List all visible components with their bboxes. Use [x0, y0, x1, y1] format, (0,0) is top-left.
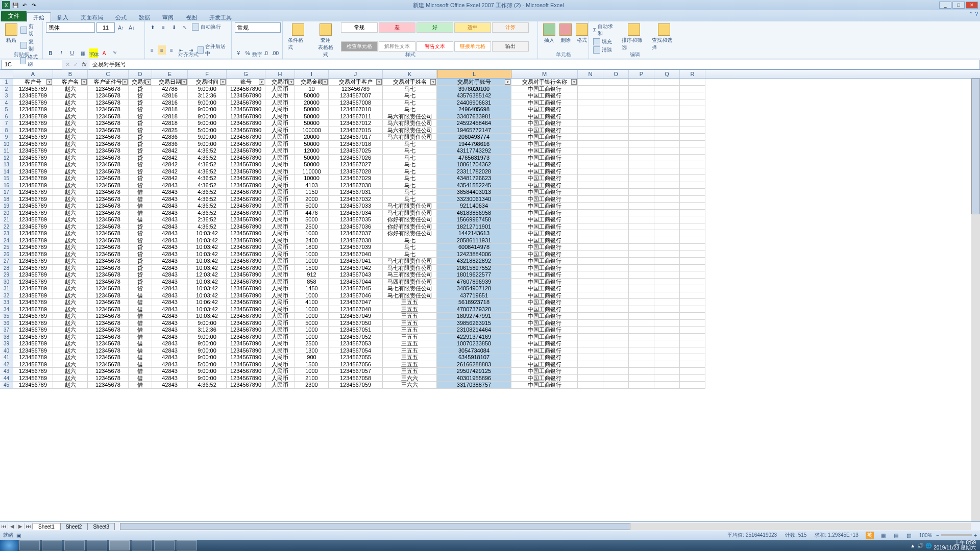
- cell[interactable]: 42843: [152, 251, 188, 258]
- cell[interactable]: [629, 340, 654, 347]
- cell[interactable]: 中国工商银行: [511, 92, 578, 99]
- col-header-G[interactable]: G: [227, 70, 265, 78]
- tray-icon[interactable]: 🔊: [917, 543, 923, 548]
- cell[interactable]: 赵六: [53, 347, 88, 355]
- cell[interactable]: 借: [129, 216, 152, 223]
- cell[interactable]: [578, 79, 603, 86]
- cell[interactable]: 50000: [295, 155, 329, 162]
- row-header[interactable]: 37: [0, 327, 13, 334]
- cell[interactable]: 12345678: [88, 175, 129, 182]
- cell[interactable]: 赵六: [53, 106, 88, 113]
- cell[interactable]: 2496405698: [437, 106, 511, 113]
- row-header[interactable]: 16: [0, 182, 13, 189]
- cell[interactable]: 马七有限责任公司: [383, 292, 437, 299]
- cell[interactable]: 123456789: [13, 279, 53, 286]
- cell[interactable]: 借: [129, 320, 152, 327]
- cell[interactable]: 50000: [295, 113, 329, 120]
- cell[interactable]: [680, 258, 705, 265]
- cell[interactable]: 1234567025: [329, 147, 383, 155]
- cell[interactable]: 1000: [295, 292, 329, 299]
- cell[interactable]: [629, 375, 654, 382]
- cell[interactable]: [680, 113, 705, 120]
- cell[interactable]: [680, 347, 705, 355]
- cell[interactable]: 1234567890: [227, 382, 265, 389]
- cell[interactable]: 123456789: [13, 210, 53, 217]
- cell[interactable]: [629, 299, 654, 306]
- cell[interactable]: 马六有限责任公司: [383, 120, 437, 127]
- cell[interactable]: 123456789: [13, 155, 53, 162]
- cell[interactable]: 人民币: [265, 168, 295, 176]
- cell[interactable]: 1234567890: [227, 120, 265, 127]
- cell[interactable]: [654, 382, 680, 389]
- cell[interactable]: 38584403013: [437, 189, 511, 196]
- cell[interactable]: [603, 299, 629, 306]
- cell[interactable]: 12345678: [88, 354, 129, 361]
- cell[interactable]: 2500: [295, 223, 329, 231]
- cell[interactable]: 123456789: [13, 313, 53, 320]
- cell[interactable]: 马七: [383, 99, 437, 107]
- cell[interactable]: 12345678: [88, 99, 129, 107]
- cell[interactable]: 12345678: [88, 113, 129, 120]
- cell[interactable]: 1234567056: [329, 361, 383, 368]
- cell[interactable]: 贷: [129, 237, 152, 244]
- cell[interactable]: 1800: [295, 244, 329, 251]
- cell[interactable]: 人民币: [265, 113, 295, 120]
- cell[interactable]: 赵六: [53, 340, 88, 347]
- cell[interactable]: 42843: [152, 182, 188, 189]
- cell[interactable]: 王五五: [383, 334, 437, 341]
- cell[interactable]: 1234567890: [227, 210, 265, 217]
- cell[interactable]: [629, 347, 654, 355]
- filter-arrow-icon[interactable]: ▾: [122, 79, 128, 85]
- cell[interactable]: 赵六: [53, 86, 88, 93]
- cell[interactable]: [578, 327, 603, 334]
- cell[interactable]: 123456789: [13, 223, 53, 231]
- row-header[interactable]: 28: [0, 265, 13, 272]
- task-item[interactable]: [64, 540, 85, 550]
- cell[interactable]: [680, 334, 705, 341]
- cell[interactable]: 110000: [295, 168, 329, 176]
- cell[interactable]: 中国工商银行: [511, 237, 578, 244]
- cell[interactable]: [603, 196, 629, 203]
- cell[interactable]: 交易日期▾: [152, 79, 188, 86]
- cell[interactable]: 马六有限责任公司: [383, 127, 437, 134]
- cell[interactable]: 借: [129, 334, 152, 341]
- row-header[interactable]: 39: [0, 340, 13, 347]
- cell[interactable]: 20000: [295, 99, 329, 107]
- formula-bar[interactable]: 交易对手账号: [89, 60, 980, 69]
- cell[interactable]: [680, 196, 705, 203]
- cell[interactable]: 人民币: [265, 347, 295, 355]
- cell[interactable]: 9:00:00: [188, 141, 227, 148]
- cell[interactable]: [603, 347, 629, 355]
- col-header-E[interactable]: E: [152, 70, 188, 78]
- cell[interactable]: 42843: [152, 265, 188, 272]
- cell[interactable]: [629, 334, 654, 341]
- row-header[interactable]: 9: [0, 134, 13, 141]
- cell[interactable]: 赵六: [53, 216, 88, 223]
- cell[interactable]: [603, 168, 629, 176]
- row-header[interactable]: 24: [0, 237, 13, 244]
- cell[interactable]: 中国工商银行: [511, 368, 578, 375]
- cell[interactable]: [654, 340, 680, 347]
- cell[interactable]: 赵六: [53, 175, 88, 182]
- cell[interactable]: 赵六: [53, 271, 88, 279]
- zoom-level[interactable]: 100%: [919, 533, 933, 538]
- cell[interactable]: 42788: [152, 86, 188, 93]
- cell[interactable]: 12345678: [88, 141, 129, 148]
- cell[interactable]: 4103: [295, 182, 329, 189]
- cell[interactable]: [680, 313, 705, 320]
- cell[interactable]: [578, 216, 603, 223]
- cell[interactable]: [578, 175, 603, 182]
- cell[interactable]: [680, 127, 705, 134]
- cell[interactable]: [603, 113, 629, 120]
- cell[interactable]: [654, 347, 680, 355]
- cell[interactable]: [654, 99, 680, 107]
- cell[interactable]: 47607896939: [437, 279, 511, 286]
- number-format-select[interactable]: [235, 22, 281, 33]
- cell[interactable]: 中国工商银行: [511, 299, 578, 306]
- cell[interactable]: 1234567890: [227, 361, 265, 368]
- cell[interactable]: [629, 175, 654, 182]
- cell[interactable]: 客户名▾: [53, 79, 88, 86]
- cell[interactable]: [654, 155, 680, 162]
- cell[interactable]: [654, 361, 680, 368]
- cell[interactable]: 1000: [295, 334, 329, 341]
